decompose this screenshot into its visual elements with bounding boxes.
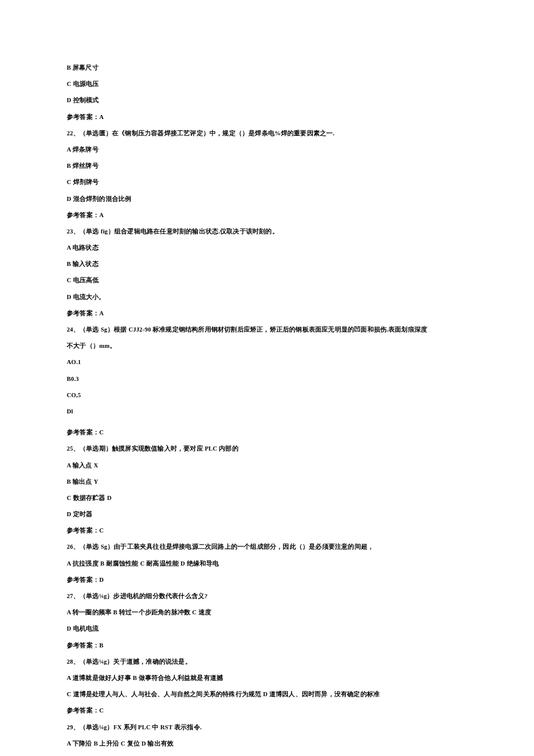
question-stem: 26、（单选 Sg）由于工装夹具往往是焊接电源二次回路上的一个组成部分，因此（）… <box>67 543 467 552</box>
option-text: A 抗拉强度 B 耐腐蚀性能 C 耐高温性能 D 绝缘和导电 <box>67 560 467 568</box>
option-text: D 定时器 <box>67 510 467 519</box>
answer-text: 参考答案：C <box>67 429 467 437</box>
option-text: A 转一圈的频率 B 转过一个步距角的脉冲数 C 速度 <box>67 609 467 617</box>
option-text: D 控制模式 <box>67 96 467 105</box>
option-text: C 数据存贮器 D <box>67 494 467 503</box>
question-stem: 24、（单选 Sg）根据 CJJ2-90 标准规定钢结构所用钢材切割后应矫正，矫… <box>67 326 467 334</box>
option-text: A 输入点 X <box>67 462 467 470</box>
question-stem: 27、（单选¼g）步进电机的细分数代表什么含义? <box>67 592 467 601</box>
question-stem: 22、（单选匮）在《钢制压力容器焊接工艺评定）中，规定（）是焊条电%焊的重要因素… <box>67 129 467 138</box>
option-text: A 电路状态 <box>67 244 467 253</box>
answer-text: 参考答案：D <box>67 576 467 585</box>
answer-text: 参考答案：A <box>67 309 467 318</box>
option-text: CO,5 <box>67 391 467 400</box>
option-text: B0.3 <box>67 375 467 384</box>
question-stem: 28、（单选¼g）关于道撼，准确的说法是。 <box>67 658 467 667</box>
answer-text: 参考答案：B <box>67 642 467 650</box>
option-text: AO.1 <box>67 358 467 367</box>
option-text: A 下降沿 B 上升沿 C 复位 D 输出有效 <box>67 740 467 748</box>
option-text: B 屏幕尺寸 <box>67 64 467 73</box>
option-text: C 焊剂牌号 <box>67 178 467 187</box>
document-page: B 屏幕尺寸 C 电源电压 D 控制模式 参考答案：A 22、（单选匮）在《钢制… <box>0 0 534 756</box>
option-text: Dl <box>67 408 467 416</box>
option-text: B 输入状态 <box>67 260 467 269</box>
option-text: D 混合焊剂的混合比例 <box>67 195 467 204</box>
question-stem: 不大于（）mm。 <box>67 342 467 351</box>
option-text: C 电压高低 <box>67 276 467 285</box>
option-text: A 道博就是做好人好事 B 做事符合他人利益就是有道撼 <box>67 674 467 683</box>
question-stem: 25、（单选期）触摸屏实现数值输入时，要对应 PLC 内部的 <box>67 445 467 453</box>
option-text: A 焊条牌号 <box>67 146 467 154</box>
option-text: D 电机电流 <box>67 625 467 633</box>
option-text: B 输出点 Y <box>67 478 467 487</box>
option-text: C 道博是处理人与人、人与社会、人与自然之间关系的特殊行为规范 D 道博因人、因… <box>67 690 467 699</box>
answer-text: 参考答案：A <box>67 113 467 122</box>
answer-text: 参考答案：A <box>67 211 467 220</box>
question-stem: 29、（单选¼g）FX 系列 PLC 中 RST 表示指令. <box>67 723 467 732</box>
answer-text: 参考答案：C <box>67 527 467 535</box>
answer-text: 参考答案：C <box>67 707 467 715</box>
question-stem: 23、（单选 fig）组合逻辑电路在任意时刻的输出状态.仅取决于该时刻的。 <box>67 228 467 236</box>
option-text: D 电流大小。 <box>67 293 467 302</box>
option-text: C 电源电压 <box>67 80 467 89</box>
option-text: B 焊丝牌号 <box>67 162 467 171</box>
